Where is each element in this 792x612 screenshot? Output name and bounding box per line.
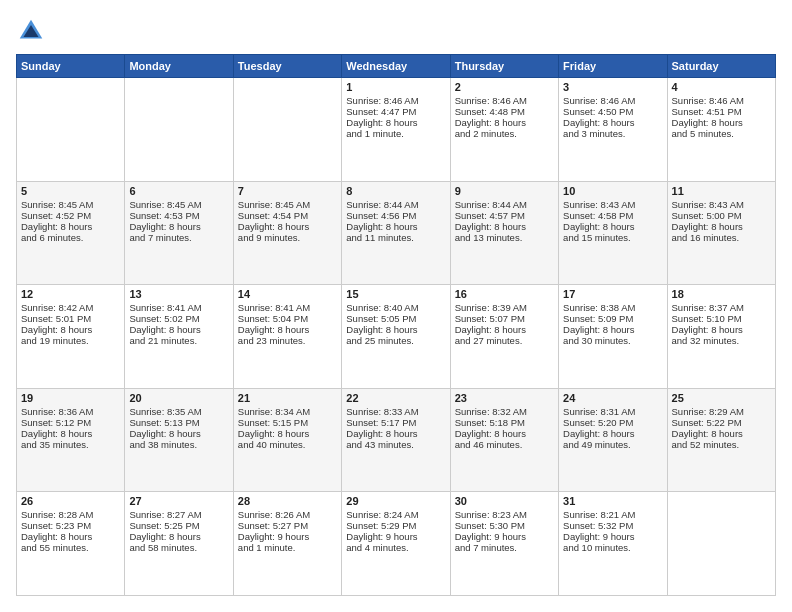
cell-text: Sunset: 4:56 PM [346,210,445,221]
calendar-cell: 29Sunrise: 8:24 AMSunset: 5:29 PMDayligh… [342,492,450,596]
cell-text: Sunrise: 8:29 AM [672,406,771,417]
calendar-cell: 1Sunrise: 8:46 AMSunset: 4:47 PMDaylight… [342,78,450,182]
calendar-cell: 5Sunrise: 8:45 AMSunset: 4:52 PMDaylight… [17,181,125,285]
cell-text: and 16 minutes. [672,232,771,243]
cell-text: and 35 minutes. [21,439,120,450]
cell-text: Daylight: 8 hours [129,428,228,439]
calendar-cell: 26Sunrise: 8:28 AMSunset: 5:23 PMDayligh… [17,492,125,596]
day-number: 18 [672,288,771,300]
cell-text: Daylight: 8 hours [672,324,771,335]
weekday-header-tuesday: Tuesday [233,55,341,78]
cell-text: Sunset: 5:02 PM [129,313,228,324]
day-number: 30 [455,495,554,507]
calendar-cell: 20Sunrise: 8:35 AMSunset: 5:13 PMDayligh… [125,388,233,492]
cell-text: Daylight: 9 hours [238,531,337,542]
day-number: 5 [21,185,120,197]
day-number: 29 [346,495,445,507]
logo-icon [16,16,46,46]
cell-text: and 46 minutes. [455,439,554,450]
cell-text: Sunset: 5:15 PM [238,417,337,428]
cell-text: Sunset: 5:04 PM [238,313,337,324]
day-number: 1 [346,81,445,93]
calendar-cell: 3Sunrise: 8:46 AMSunset: 4:50 PMDaylight… [559,78,667,182]
cell-text: Daylight: 8 hours [455,221,554,232]
cell-text: Sunrise: 8:33 AM [346,406,445,417]
cell-text: Sunset: 5:30 PM [455,520,554,531]
cell-text: Daylight: 8 hours [455,117,554,128]
cell-text: Sunset: 4:53 PM [129,210,228,221]
cell-text: Daylight: 8 hours [21,221,120,232]
calendar-table: SundayMondayTuesdayWednesdayThursdayFrid… [16,54,776,596]
cell-text: Daylight: 8 hours [21,428,120,439]
calendar-cell: 28Sunrise: 8:26 AMSunset: 5:27 PMDayligh… [233,492,341,596]
day-number: 27 [129,495,228,507]
cell-text: and 23 minutes. [238,335,337,346]
weekday-header-thursday: Thursday [450,55,558,78]
cell-text: Daylight: 8 hours [672,221,771,232]
cell-text: Daylight: 8 hours [129,221,228,232]
cell-text: Sunset: 5:07 PM [455,313,554,324]
cell-text: and 25 minutes. [346,335,445,346]
cell-text: Sunset: 5:13 PM [129,417,228,428]
day-number: 2 [455,81,554,93]
calendar-cell: 17Sunrise: 8:38 AMSunset: 5:09 PMDayligh… [559,285,667,389]
cell-text: and 7 minutes. [455,542,554,553]
day-number: 8 [346,185,445,197]
calendar-week-5: 26Sunrise: 8:28 AMSunset: 5:23 PMDayligh… [17,492,776,596]
calendar-cell: 16Sunrise: 8:39 AMSunset: 5:07 PMDayligh… [450,285,558,389]
weekday-header-wednesday: Wednesday [342,55,450,78]
cell-text: Sunset: 5:00 PM [672,210,771,221]
cell-text: and 58 minutes. [129,542,228,553]
day-number: 21 [238,392,337,404]
day-number: 24 [563,392,662,404]
cell-text: and 9 minutes. [238,232,337,243]
cell-text: Sunset: 5:09 PM [563,313,662,324]
cell-text: Sunset: 4:48 PM [455,106,554,117]
cell-text: Sunset: 5:29 PM [346,520,445,531]
cell-text: Daylight: 8 hours [563,324,662,335]
cell-text: and 11 minutes. [346,232,445,243]
calendar-week-3: 12Sunrise: 8:42 AMSunset: 5:01 PMDayligh… [17,285,776,389]
cell-text: and 19 minutes. [21,335,120,346]
day-number: 12 [21,288,120,300]
cell-text: Sunrise: 8:46 AM [563,95,662,106]
cell-text: Sunrise: 8:35 AM [129,406,228,417]
day-number: 19 [21,392,120,404]
cell-text: Sunrise: 8:46 AM [672,95,771,106]
cell-text: and 32 minutes. [672,335,771,346]
cell-text: Daylight: 8 hours [563,221,662,232]
calendar-cell [125,78,233,182]
cell-text: and 3 minutes. [563,128,662,139]
calendar-cell: 7Sunrise: 8:45 AMSunset: 4:54 PMDaylight… [233,181,341,285]
cell-text: and 49 minutes. [563,439,662,450]
calendar-cell: 2Sunrise: 8:46 AMSunset: 4:48 PMDaylight… [450,78,558,182]
cell-text: and 10 minutes. [563,542,662,553]
cell-text: Sunset: 4:54 PM [238,210,337,221]
calendar-week-2: 5Sunrise: 8:45 AMSunset: 4:52 PMDaylight… [17,181,776,285]
day-number: 10 [563,185,662,197]
cell-text: Sunset: 4:57 PM [455,210,554,221]
cell-text: and 7 minutes. [129,232,228,243]
cell-text: and 30 minutes. [563,335,662,346]
calendar-cell [17,78,125,182]
cell-text: Sunrise: 8:45 AM [21,199,120,210]
cell-text: Daylight: 8 hours [346,221,445,232]
calendar-cell: 31Sunrise: 8:21 AMSunset: 5:32 PMDayligh… [559,492,667,596]
day-number: 3 [563,81,662,93]
day-number: 15 [346,288,445,300]
day-number: 20 [129,392,228,404]
day-number: 26 [21,495,120,507]
cell-text: Sunrise: 8:21 AM [563,509,662,520]
cell-text: Sunset: 4:52 PM [21,210,120,221]
cell-text: Daylight: 8 hours [129,531,228,542]
cell-text: Sunset: 4:51 PM [672,106,771,117]
cell-text: and 5 minutes. [672,128,771,139]
cell-text: Sunrise: 8:42 AM [21,302,120,313]
cell-text: Sunset: 4:47 PM [346,106,445,117]
day-number: 14 [238,288,337,300]
cell-text: Sunrise: 8:43 AM [672,199,771,210]
cell-text: and 40 minutes. [238,439,337,450]
day-number: 9 [455,185,554,197]
cell-text: and 6 minutes. [21,232,120,243]
weekday-header-friday: Friday [559,55,667,78]
